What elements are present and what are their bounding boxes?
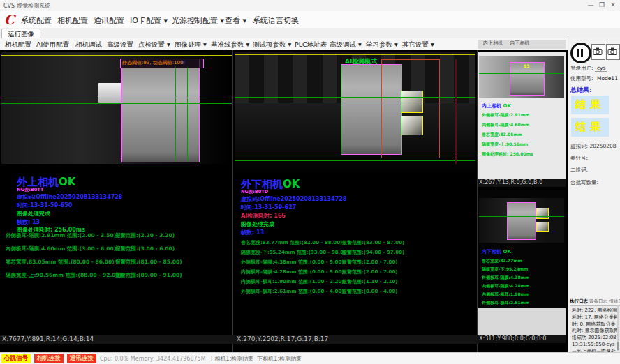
- minimize-button[interactable]: —: [585, 1, 596, 8]
- log-tab-error[interactable]: 报错日志: [609, 298, 620, 304]
- tab-clip-highlight: [401, 116, 423, 135]
- app-window: CVS-视觉检测系统 — ❐ ✕ C 系统配置 相机配置 通讯配置 IO卡配置 …: [0, 0, 620, 364]
- menu-camera-config[interactable]: 相机配置: [57, 15, 88, 26]
- measure-line-green: [479, 73, 564, 74]
- tool-image-process[interactable]: 图像处理 ▾: [175, 40, 207, 50]
- window-title: CVS-视觉检测系统: [3, 2, 50, 10]
- left-process-done: 图像处理完成: [17, 210, 50, 218]
- log-tab-device[interactable]: 设备日志: [589, 298, 607, 304]
- tool-spotcheck-set[interactable]: 点检设置 ▾: [138, 40, 170, 50]
- thumb-bottom-ok: OK: [503, 249, 510, 255]
- tool-test-params[interactable]: 测试项参数 ▾: [253, 40, 291, 50]
- measurement-line: 外侧极耳-隔膜:4.38mm 范围:(0.00 - 9.00): [241, 259, 344, 266]
- tool-camera-debug[interactable]: 相机调试: [75, 40, 102, 50]
- right-sidebar: 登录用户: cys 使用型号: Mode11 总结果: 结果 结果 虚拟码: 2…: [568, 38, 620, 352]
- pause-button[interactable]: [570, 43, 591, 63]
- status-bar: 心跳信号 相机连接 通讯连接 Cpu: 0.0% Memory: 3424.41…: [0, 352, 620, 364]
- title-bar: CVS-视觉检测系统 — ❐ ✕: [0, 0, 620, 12]
- tab-clip-highlight: [536, 208, 549, 219]
- measurement-line: 内侧极耳-极耳:1.90mm 范围:(1.00 - 2.20): [241, 278, 344, 285]
- thumb-line: 隔膜宽度-下:95.24mm: [482, 266, 528, 273]
- alarm-range: 报警范围:(3.00 - 6.00): [115, 245, 175, 252]
- thumb-cam2-label[interactable]: 内下相机: [510, 40, 529, 46]
- snapshot-camera1-button[interactable]: [591, 44, 605, 60]
- thumbnail-photo: [479, 198, 564, 243]
- battery-cell-region: [121, 68, 200, 162]
- tool-advanced-set[interactable]: 高级设置: [107, 40, 133, 50]
- batch-count-row: 合批写数量:: [570, 179, 598, 186]
- thumb-bottom-name: 内下相机: [482, 249, 501, 255]
- left-time: 时间:13-31-59-650: [17, 202, 72, 209]
- menu-view[interactable]: 查看 ▾: [225, 15, 246, 26]
- alarm-range: 报警范围:(2.20 - 3.20): [115, 232, 175, 239]
- log-tab-run[interactable]: 执行日志: [570, 298, 588, 304]
- thumb-line: 隔膜宽度-上:90.56mm: [482, 142, 528, 148]
- center-process-done: 图像处理完成: [241, 220, 274, 228]
- baseline-yellow: [1, 55, 232, 56]
- tool-other-settings[interactable]: 其它设置 ▾: [402, 40, 434, 50]
- center-time: 时间:13-31-59-627: [241, 204, 296, 211]
- menu-bar: C 系统配置 相机配置 通讯配置 IO卡配置 ▾ 光源控制配置 ▾ 查看 ▾ 系…: [0, 11, 620, 29]
- thumb-top-coords: X:267;Y:13;R:0;G:0;B:0: [478, 179, 566, 187]
- alarm-range: 报警范围:(89.00 - 91.00): [115, 272, 182, 279]
- tool-advanced-debug[interactable]: 高级调试 ▾: [330, 40, 362, 50]
- camera-icon: [607, 45, 618, 58]
- upper-camera-status: 上相机1:检测结束: [209, 355, 254, 363]
- thumb-line: 内侧极耳-隔膜:4.28mm: [482, 283, 529, 289]
- menu-comm-config[interactable]: 通讯配置: [94, 15, 124, 26]
- tool-learn-params[interactable]: 学习参数 ▾: [366, 40, 398, 50]
- measure-line-green: [479, 77, 564, 77]
- tool-camera-config[interactable]: 相机配置: [5, 40, 31, 50]
- thumb-line: 内侧极耳-隔膜:4.60mm: [482, 122, 529, 128]
- center-camera-image[interactable]: AI检测模式: [235, 52, 475, 174]
- model-row: 使用型号: Mode11: [570, 75, 620, 82]
- menu-system-config[interactable]: 系统配置: [21, 15, 52, 26]
- thumb-top-title: 内上相机 OK: [482, 103, 511, 109]
- alarm-range: 报警范围:(2.00 - 7.00): [342, 259, 398, 266]
- total-result-label: 总结果:: [570, 86, 592, 95]
- measure-line-green: [235, 97, 475, 98]
- alarm-range: 报警范围:(0.60 - 4.00): [342, 288, 398, 295]
- left-ng-note: NG去:B0TT: [17, 187, 43, 193]
- cpu-memory-readout: Cpu: 0.0% Memory: 3424.41796875M: [100, 356, 206, 362]
- thumb-line: 卷芯宽度:83.77mm: [482, 258, 522, 264]
- measurement-line: 隔膜宽度-上:90.56mm 范围:(88.00 - 92.00): [6, 272, 121, 279]
- tab-clip-highlight: [401, 91, 423, 113]
- left-barcode: 虚拟码:Offline20250208133134728: [17, 193, 122, 201]
- measure-line-green: [479, 216, 564, 217]
- thumb-line: 外侧极耳-隔膜:4.38mm: [482, 275, 529, 281]
- thumbnail-bottom-view[interactable]: 内下相机 OK 卷芯宽度:83.77mm 隔膜宽度-下:95.24mm 外侧极耳…: [478, 190, 566, 343]
- tab-clip-highlight: [536, 222, 549, 232]
- log-tabs: 执行日志 设备日志 报错日志: [570, 298, 620, 305]
- measurement-line: 外侧极耳-极耳:2.61mm 范围:(0.60 - 4.00): [241, 288, 344, 295]
- menu-light-config[interactable]: 光源控制配置 ▾: [172, 15, 224, 26]
- measure-line-green-v: [401, 64, 401, 155]
- frame-edge-mark: [455, 59, 457, 164]
- barcode-row: 虚拟码: 20250208: [570, 143, 617, 150]
- left-camera-image[interactable]: 静态阈值:93, 动态阈值:100: [1, 52, 232, 164]
- tool-ai-config[interactable]: AI使用配置: [36, 40, 69, 50]
- menu-language-switch[interactable]: 系统语言切换: [253, 15, 299, 26]
- log-scrollbar[interactable]: [617, 305, 619, 351]
- left-result-ok: OK: [59, 176, 75, 188]
- model-label: 使用型号:: [570, 75, 593, 82]
- maximize-button[interactable]: ❐: [596, 1, 607, 8]
- tool-plc-table[interactable]: PLC地址表: [295, 40, 327, 50]
- log-text-panel[interactable]: 耗时: 222, 网络检测耗时: 17, 网络分类耗时: 0, 网络获取分类耗时…: [570, 305, 620, 353]
- login-user-row: 登录用户: cys: [570, 65, 607, 72]
- tab-row: 运行图像: [0, 28, 620, 38]
- alarm-range: 报警范围:(2.00 - 7.00): [342, 268, 398, 275]
- menu-io-config[interactable]: IO卡配置 ▾: [130, 15, 168, 26]
- thumb-cam1-label[interactable]: 内上相机: [483, 40, 503, 46]
- result-display-1: 结果: [571, 96, 609, 114]
- tool-baseline-params[interactable]: 基准线参数 ▾: [211, 40, 249, 50]
- thumbnail-top-view[interactable]: 93 内上相机 OK 外侧极耳-隔膜:2.91mm 内侧极耳-隔膜:4.60mm…: [478, 52, 566, 187]
- thumb-line: 卷芯宽度:83.05mm: [482, 132, 522, 138]
- snapshot-camera2-button[interactable]: [606, 44, 620, 60]
- close-button[interactable]: ✕: [607, 1, 619, 8]
- measure-line-green-v: [187, 66, 188, 161]
- measure-line-green: [1, 98, 232, 98]
- lower-camera-status: 下相机1:检测结束: [257, 355, 302, 363]
- overlay-value: 93: [524, 63, 529, 68]
- thumb-top-name: 内上相机: [482, 103, 501, 109]
